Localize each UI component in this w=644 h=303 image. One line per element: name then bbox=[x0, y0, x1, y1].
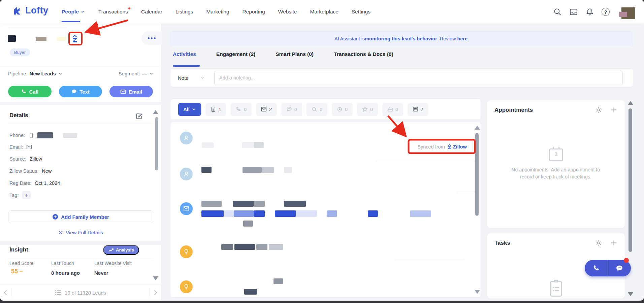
tab-transactions-docs[interactable]: Transactions & Docs (0) bbox=[334, 51, 393, 57]
appointments-card: Appointments 1 No appointments. Add an a… bbox=[487, 100, 625, 228]
zillow-status-row: Zillow Status: New bbox=[9, 168, 52, 174]
filter-chip-texts[interactable]: 0 bbox=[281, 103, 302, 116]
inbox-icon[interactable] bbox=[569, 7, 578, 16]
email-row: Email: bbox=[9, 144, 32, 150]
redacted-lead-name bbox=[8, 35, 16, 42]
divider bbox=[0, 66, 161, 66]
bell-icon[interactable] bbox=[585, 7, 594, 16]
note-icon bbox=[211, 106, 216, 112]
ai-assistant-banner: AI Assistant is monitoring this lead's b… bbox=[170, 31, 633, 46]
floating-chat-button[interactable] bbox=[608, 265, 631, 272]
nav-reporting[interactable]: Reporting bbox=[243, 9, 265, 15]
chevron-left-icon bbox=[3, 290, 9, 296]
redacted-link bbox=[368, 210, 378, 217]
calendar-empty-icon: 1 bbox=[549, 148, 563, 161]
monitoring-link[interactable]: monitoring this lead's behavior bbox=[365, 36, 437, 41]
redacted-link bbox=[224, 210, 234, 217]
lead-activity-avatar bbox=[180, 168, 193, 180]
nav-marketplace[interactable]: Marketplace bbox=[310, 9, 338, 15]
sidebar-scroll-down[interactable] bbox=[153, 276, 158, 280]
filter-chip-views[interactable]: 0 bbox=[332, 103, 353, 116]
main-nav: People Transactions Calendar Listings Ma… bbox=[62, 0, 371, 24]
filter-chip-notes[interactable]: 1 bbox=[205, 103, 226, 116]
next-lead-button[interactable] bbox=[150, 290, 161, 296]
lead-score-value: 55 – bbox=[11, 268, 23, 275]
mobile-phone-icon[interactable] bbox=[28, 133, 34, 138]
pipeline-segment-row: Pipeline: New Leads Segment: - - bbox=[8, 71, 154, 76]
envelope-icon bbox=[120, 89, 126, 94]
filter-chip-favorites[interactable]: 0 bbox=[357, 103, 378, 116]
redacted-text bbox=[273, 278, 283, 284]
phone-icon bbox=[236, 106, 242, 112]
divider bbox=[8, 123, 153, 123]
nav-website[interactable]: Website bbox=[278, 9, 297, 15]
redacted-link bbox=[234, 210, 254, 217]
redacted-text bbox=[243, 221, 253, 227]
filter-chip-forms[interactable]: 7 bbox=[408, 103, 428, 116]
gear-icon[interactable] bbox=[595, 239, 602, 246]
review-here-link[interactable]: here bbox=[457, 36, 468, 41]
view-full-details-link[interactable]: View Full Details bbox=[0, 230, 161, 235]
nav-transactions[interactable]: Transactions bbox=[98, 9, 128, 15]
previous-lead-button[interactable] bbox=[0, 290, 11, 296]
sidebar-scroll-up[interactable] bbox=[153, 110, 158, 114]
filter-chip-showings[interactable]: 0 bbox=[382, 103, 403, 116]
redacted-text bbox=[233, 201, 254, 207]
nav-people[interactable]: People bbox=[62, 9, 85, 15]
sidebar-scrollbar-thumb[interactable] bbox=[155, 117, 158, 170]
filter-all-dropdown[interactable]: All bbox=[178, 103, 201, 116]
redacted-link bbox=[254, 210, 265, 217]
page-scrollbar-thumb[interactable] bbox=[629, 108, 632, 252]
feed-scroll-up[interactable] bbox=[475, 126, 480, 130]
note-type-dropdown[interactable]: Note bbox=[170, 75, 214, 81]
edit-icon[interactable] bbox=[136, 113, 142, 120]
divider bbox=[376, 161, 477, 161]
add-tag-button[interactable]: + bbox=[22, 191, 31, 199]
top-navigation-bar: Lofty People Transactions Calendar Listi… bbox=[0, 0, 644, 24]
segment-dropdown[interactable]: Segment: - - bbox=[119, 71, 154, 76]
plus-icon[interactable] bbox=[610, 106, 617, 113]
details-title: Details bbox=[9, 112, 28, 119]
nav-marketing[interactable]: Marketing bbox=[206, 9, 229, 15]
feed-scroll-down[interactable] bbox=[475, 290, 480, 294]
redacted-link bbox=[327, 210, 337, 217]
synced-from-zillow-label: Synced from Zillow bbox=[409, 140, 475, 154]
tab-smart-plans[interactable]: Smart Plans (0) bbox=[276, 51, 314, 57]
redacted-text bbox=[201, 167, 212, 173]
note-input[interactable] bbox=[214, 71, 623, 85]
eye-icon bbox=[337, 106, 343, 112]
nav-settings[interactable]: Settings bbox=[352, 9, 371, 15]
envelope-icon[interactable] bbox=[26, 144, 32, 150]
more-options-button[interactable] bbox=[141, 31, 162, 45]
help-icon[interactable]: ? bbox=[602, 8, 610, 16]
page-scroll-down[interactable] bbox=[628, 292, 633, 296]
call-button[interactable]: Call bbox=[8, 86, 52, 97]
feed-scrollbar-thumb[interactable] bbox=[475, 133, 479, 216]
pipeline-dropdown[interactable]: Pipeline: New Leads bbox=[8, 71, 63, 76]
last-website-visit-label: Last Website Visit bbox=[94, 261, 132, 266]
nav-calendar[interactable]: Calendar bbox=[141, 9, 162, 15]
filter-chip-calls[interactable]: 0 bbox=[231, 103, 252, 116]
lofty-logo[interactable]: Lofty bbox=[12, 5, 48, 16]
floating-call-button[interactable] bbox=[585, 265, 608, 272]
email-button[interactable]: Email bbox=[109, 86, 153, 97]
tab-engagement[interactable]: Engagement (2) bbox=[216, 51, 255, 57]
add-family-member-button[interactable]: Add Family Member bbox=[8, 210, 153, 223]
reg-date-row: Reg Date: Oct 1, 2024 bbox=[9, 180, 60, 186]
filter-chip-emails[interactable]: 2 bbox=[256, 103, 277, 116]
gear-icon[interactable] bbox=[595, 106, 602, 113]
plus-icon[interactable] bbox=[610, 239, 617, 246]
lead-type-tag: Buyer bbox=[10, 48, 30, 56]
redacted-text bbox=[284, 201, 306, 207]
search-icon[interactable] bbox=[553, 7, 562, 16]
phone-row: Phone: bbox=[9, 132, 77, 138]
tab-activities[interactable]: Activities bbox=[173, 51, 196, 57]
redacted-text bbox=[57, 37, 66, 41]
analysis-button[interactable]: Analysis bbox=[103, 245, 139, 255]
nav-listings[interactable]: Listings bbox=[175, 9, 193, 15]
page-scroll-up[interactable] bbox=[628, 101, 633, 105]
text-button[interactable]: Text bbox=[59, 86, 102, 97]
person-icon bbox=[183, 171, 190, 177]
filter-chip-searches[interactable]: 0 bbox=[307, 103, 327, 116]
lead-profile-card: Buyer Pipeline: New Leads Segment: - - C… bbox=[0, 24, 161, 102]
